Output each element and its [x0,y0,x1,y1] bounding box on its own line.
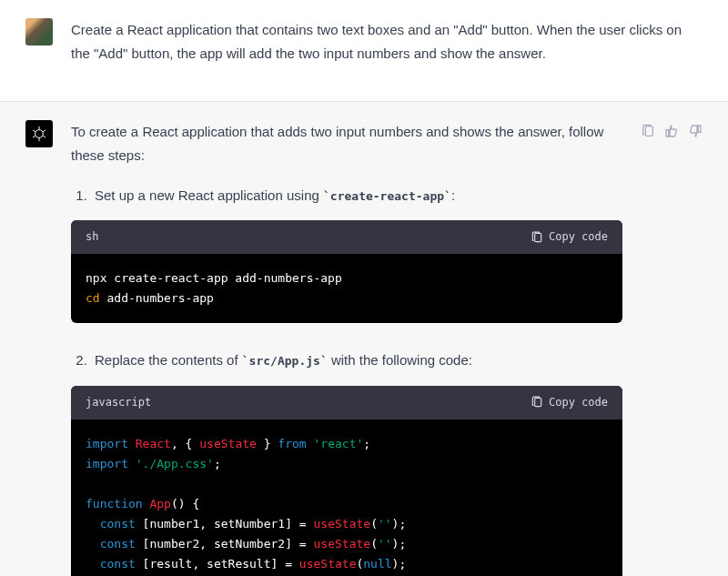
openai-logo-icon [30,125,48,143]
user-text: Create a React application that contains… [71,18,703,66]
svg-point-0 [35,129,44,137]
assistant-message: To create a React application that adds … [0,101,728,577]
user-content: Create a React application that contains… [71,18,703,83]
step-list-1: Set up a new React application using `cr… [71,184,622,207]
svg-rect-1 [535,233,541,241]
copy-code-button[interactable]: Copy code [531,393,608,412]
clipboard-icon[interactable] [641,124,655,138]
clipboard-icon [531,231,543,244]
svg-rect-3 [645,126,652,136]
inline-code: `src/App.js` [242,354,328,368]
inline-code: `create-react-app` [323,189,451,203]
thumbs-up-icon[interactable] [664,124,679,138]
thumbs-down-icon[interactable] [688,124,703,138]
code-header: sh Copy code [71,220,622,254]
assistant-intro: To create a React application that adds … [71,120,622,168]
copy-code-button[interactable]: Copy code [531,227,608,247]
clipboard-icon [531,396,543,409]
code-lang: sh [86,227,98,247]
code-header: javascript Copy code [71,386,622,419]
message-actions [641,120,703,577]
code-body: import React, { useState } from 'react';… [71,419,622,576]
step-1: Set up a new React application using `cr… [91,184,622,207]
step-list-2: Replace the contents of `src/App.js` wit… [71,349,622,372]
code-block-sh: sh Copy code npx create-react-app add-nu… [71,220,622,323]
user-message: Create a React application that contains… [0,0,728,101]
code-block-js: javascript Copy code import React, { use… [71,386,622,576]
svg-rect-2 [535,399,541,407]
user-avatar [25,18,53,45]
assistant-content: To create a React application that adds … [71,120,622,577]
code-body: npx create-react-app add-numbers-app cd … [71,254,622,323]
code-lang: javascript [86,393,151,412]
step-2: Replace the contents of `src/App.js` wit… [91,349,622,372]
assistant-avatar [25,120,53,147]
